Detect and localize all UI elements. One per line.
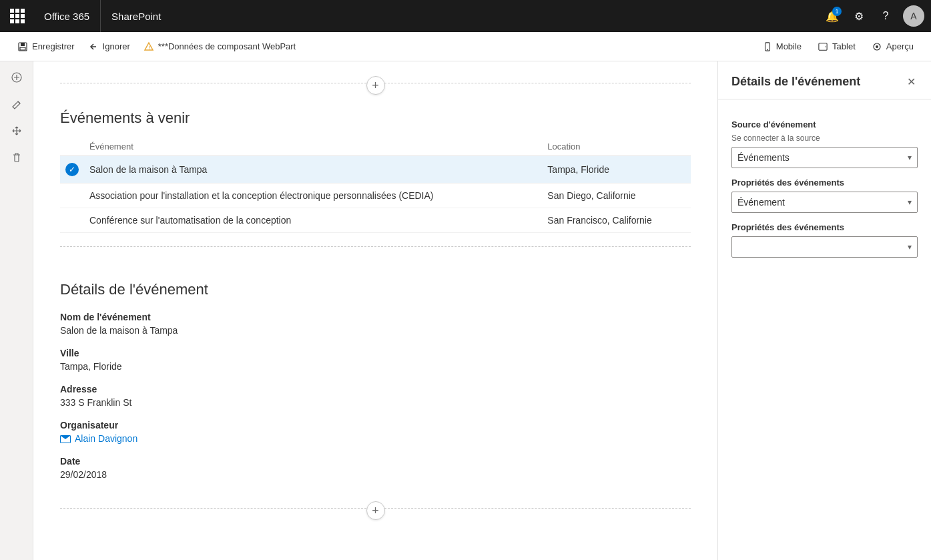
detail-field: Adresse333 S Franklin St (60, 384, 691, 408)
row-check-cell (60, 208, 84, 233)
source-dropdown[interactable]: Événements ▾ (731, 147, 918, 168)
svg-rect-2 (20, 47, 25, 50)
table-row[interactable]: Conférence sur l'automatisation de la co… (60, 208, 691, 233)
table-row[interactable]: ✓Salon de la maison à TampaTampa, Florid… (60, 156, 691, 184)
row-location: Tampa, Floride (542, 156, 691, 184)
props-section1-label: Propriétés des événements (731, 178, 918, 188)
nav-icons: 🔔 1 ⚙ ? A (820, 4, 924, 28)
row-location: San Diego, Californie (542, 184, 691, 208)
ignore-icon (88, 41, 99, 52)
add-section-top[interactable]: + (366, 76, 385, 95)
ignore-button[interactable]: Ignorer (81, 39, 137, 55)
svg-point-9 (876, 45, 878, 48)
settings-button[interactable]: ⚙ (847, 4, 871, 28)
props-dropdown2-arrow: ▾ (908, 242, 912, 252)
detail-field-value: Tampa, Floride (60, 361, 691, 372)
waffle-menu[interactable] (7, 5, 28, 27)
right-panel-header: Détails de l'événement ✕ (718, 61, 931, 99)
col-check (60, 137, 84, 156)
move-icon (11, 125, 22, 136)
props-dropdown1-arrow: ▾ (908, 198, 912, 207)
toolbar: Enregistrer Ignorer ! ***Données de comp… (0, 32, 931, 61)
notification-badge: 1 (832, 7, 842, 16)
top-nav: Office 365 SharePoint 🔔 1 ⚙ ? A (0, 0, 931, 32)
sidebar-add-icon[interactable] (6, 67, 27, 88)
svg-rect-1 (21, 43, 25, 46)
svg-text:!: ! (148, 45, 149, 49)
col-location: Location (542, 137, 691, 156)
detail-field-value: Salon de la maison à Tampa (60, 325, 691, 336)
row-event-name: Conférence sur l'automatisation de la co… (84, 208, 542, 233)
detail-field: Nom de l'événementSalon de la maison à T… (60, 312, 691, 336)
events-table: Événement Location ✓Salon de la maison à… (60, 137, 691, 233)
warning-icon: ! (143, 41, 154, 52)
props-dropdown1-value: Événement (737, 197, 785, 208)
content-area: + Événements à venir Événement Location … (33, 61, 717, 560)
tablet-button[interactable]: Tablet (811, 39, 862, 54)
svg-point-7 (826, 46, 826, 47)
right-panel-title: Détails de l'événement (731, 75, 860, 89)
detail-field-value[interactable]: Alain Davignon (60, 433, 691, 444)
sidebar-delete-icon[interactable] (6, 147, 27, 168)
row-check-cell: ✓ (60, 156, 84, 184)
detail-field-label: Ville (60, 348, 691, 358)
col-event: Événement (84, 137, 542, 156)
add-section-bottom[interactable]: + (366, 501, 385, 520)
detail-field-label: Nom de l'événement (60, 312, 691, 322)
webpart-data-button[interactable]: ! ***Données de composant WebPart (137, 39, 302, 55)
page-content: + Événements à venir Événement Location … (33, 61, 717, 560)
detail-field-label: Date (60, 456, 691, 467)
row-location: San Francisco, Californie (542, 208, 691, 233)
waffle-icon (10, 9, 25, 23)
notification-button[interactable]: 🔔 1 (820, 4, 844, 28)
check-icon: ✓ (65, 163, 79, 176)
detail-field-value: 333 S Franklin St (60, 397, 691, 408)
right-panel-body: Source d'événement Se connecter à la sou… (718, 99, 931, 271)
left-sidebar (0, 61, 33, 560)
tablet-label: Tablet (832, 41, 856, 51)
save-button[interactable]: Enregistrer (11, 39, 81, 55)
organizer-link[interactable]: Alain Davignon (75, 433, 137, 444)
preview-button[interactable]: Aperçu (865, 39, 920, 55)
app-name[interactable]: Office 365 (33, 0, 101, 32)
save-label: Enregistrer (32, 41, 75, 51)
preview-label: Aperçu (886, 41, 914, 51)
detail-field: VilleTampa, Floride (60, 348, 691, 372)
close-panel-button[interactable]: ✕ (902, 72, 920, 91)
source-section-label: Source d'événement (731, 119, 918, 129)
props-dropdown2[interactable]: ▾ (731, 236, 918, 258)
edit-icon (11, 99, 22, 109)
events-section-title: Événements à venir (60, 109, 691, 127)
row-event-name: Association pour l'installation et la co… (84, 184, 542, 208)
row-check-cell (60, 184, 84, 208)
details-section-title: Détails de l'événement (60, 281, 691, 298)
source-connect-label: Se connecter à la source (731, 133, 918, 143)
props-dropdown1[interactable]: Événement ▾ (731, 192, 918, 213)
svg-point-5 (767, 49, 768, 50)
mobile-icon (763, 41, 772, 52)
right-panel: Détails de l'événement ✕ Source d'événem… (717, 61, 931, 560)
detail-field: Date29/02/2018 (60, 456, 691, 480)
mail-icon (60, 435, 71, 443)
detail-field-value: 29/02/2018 (60, 469, 691, 480)
detail-field-label: Adresse (60, 384, 691, 394)
ignore-label: Ignorer (103, 41, 130, 51)
details-section: Détails de l'événement Nom de l'événemen… (60, 265, 691, 497)
help-button[interactable]: ? (874, 4, 898, 28)
mobile-label: Mobile (776, 41, 802, 51)
avatar[interactable]: A (903, 5, 924, 27)
sidebar-edit-icon[interactable] (6, 93, 27, 115)
source-dropdown-arrow: ▾ (908, 153, 912, 162)
table-row[interactable]: Association pour l'installation et la co… (60, 184, 691, 208)
detail-field: OrganisateurAlain Davignon (60, 420, 691, 444)
mobile-button[interactable]: Mobile (756, 39, 808, 55)
preview-icon (872, 41, 882, 52)
props-section2-label: Propriétés des événements (731, 222, 918, 232)
add-icon (11, 72, 22, 83)
sharepoint-name[interactable]: SharePoint (101, 0, 172, 32)
detail-field-label: Organisateur (60, 420, 691, 431)
sidebar-move-icon[interactable] (6, 120, 27, 142)
row-event-name: Salon de la maison à Tampa (84, 156, 542, 184)
events-section: Événements à venir Événement Location ✓S… (60, 99, 691, 238)
delete-icon (11, 152, 22, 163)
